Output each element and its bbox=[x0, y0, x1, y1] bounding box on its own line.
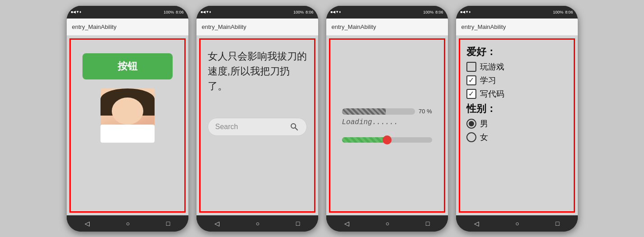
phone-device-1: ■◀▼♦ 100% 8:06 entry_MainAbility 按钮 bbox=[67, 6, 188, 232]
time-text-2: 8:06 bbox=[306, 10, 314, 14]
slider-fill bbox=[342, 137, 387, 143]
radio-item-male[interactable]: 男 bbox=[466, 118, 567, 129]
recents-button-2[interactable]: □ bbox=[296, 220, 300, 227]
phone2-main: 女人只会影响我拔刀的速度,所以我把刀扔了。 Search bbox=[201, 40, 314, 145]
phone4-main: 爱好： 玩游戏 ✓ 学习 ✓ 写代码 性别： bbox=[460, 40, 574, 148]
time-text-3: 8:06 bbox=[435, 10, 443, 14]
svg-line-1 bbox=[295, 128, 297, 130]
battery-text-2: 100% bbox=[293, 10, 304, 14]
checkbox-code[interactable]: ✓ bbox=[466, 89, 476, 99]
status-right-3: 100% 8:06 bbox=[423, 10, 443, 14]
title-bar-4: entry_MainAbility bbox=[456, 19, 578, 36]
avatar-face bbox=[112, 98, 143, 125]
progress-bar-fill bbox=[342, 108, 386, 115]
hobby-label-0: 玩游戏 bbox=[480, 61, 504, 72]
home-button-4[interactable]: ○ bbox=[516, 220, 519, 227]
battery-text-1: 100% bbox=[164, 10, 174, 14]
recents-button-1[interactable]: □ bbox=[166, 220, 170, 227]
status-bar-4: ■◀▼♦ 100% 8:06 bbox=[456, 6, 578, 19]
phone-2: ■◀▼♦ 100% 8:06 entry_MainAbility 女人只会影响我… bbox=[196, 6, 318, 232]
search-icon bbox=[289, 122, 299, 132]
slider-track[interactable] bbox=[342, 137, 432, 143]
screen-content-2: 女人只会影响我拔刀的速度,所以我把刀扔了。 Search bbox=[196, 36, 318, 215]
status-right-1: 100% 8:06 bbox=[164, 10, 184, 14]
hobby-label-2: 写代码 bbox=[480, 88, 504, 99]
red-border-4: 爱好： 玩游戏 ✓ 学习 ✓ 写代码 性别： bbox=[459, 38, 575, 213]
battery-text-3: 100% bbox=[423, 10, 434, 14]
signal-icon-2: ■◀▼♦ bbox=[201, 10, 211, 14]
back-button-2[interactable]: ◁ bbox=[215, 220, 219, 227]
signal-icon: ■◀▼♦ bbox=[71, 10, 82, 14]
radio-item-female[interactable]: 女 bbox=[466, 132, 567, 143]
progress-bar-row: 70 % bbox=[342, 108, 432, 115]
home-button-2[interactable]: ○ bbox=[256, 220, 260, 227]
status-right-4: 100% 8:06 bbox=[553, 10, 573, 14]
progress-container: 70 % Loading...... bbox=[342, 108, 432, 126]
screen-content-3: 70 % Loading...... bbox=[326, 36, 448, 215]
app-title-3: entry_MainAbility bbox=[332, 23, 376, 30]
checkbox-study[interactable]: ✓ bbox=[466, 75, 476, 85]
progress-bar-track bbox=[342, 108, 415, 115]
home-button-3[interactable]: ○ bbox=[386, 220, 389, 227]
app-title-4: entry_MainAbility bbox=[461, 23, 506, 30]
status-left-icons-1: ■◀▼♦ bbox=[71, 10, 82, 14]
title-bar-2: entry_MainAbility bbox=[196, 19, 318, 36]
search-box[interactable]: Search bbox=[208, 118, 307, 136]
checkbox-item-play-games[interactable]: 玩游戏 bbox=[466, 61, 567, 72]
status-bar-1: ■◀▼♦ 100% 8:06 bbox=[67, 6, 188, 19]
screen-content-1: 按钮 bbox=[67, 36, 188, 215]
hobby-title: 爱好： bbox=[466, 45, 567, 59]
checkbox-item-code[interactable]: ✓ 写代码 bbox=[466, 88, 567, 99]
gender-label-1: 女 bbox=[480, 132, 488, 143]
screen-content-4: 爱好： 玩游戏 ✓ 学习 ✓ 写代码 性别： bbox=[456, 36, 578, 215]
phone-4: ■◀▼♦ 100% 8:06 entry_MainAbility 爱好： 玩游戏 bbox=[456, 6, 578, 232]
time-text-1: 8:06 bbox=[176, 10, 184, 14]
nav-bar-3: ◁ ○ □ bbox=[326, 215, 448, 232]
status-bar-2: ■◀▼♦ 100% 8:06 bbox=[196, 6, 318, 19]
avatar-body bbox=[100, 125, 155, 143]
phone3-main: 70 % Loading...... bbox=[330, 40, 444, 211]
progress-percent: 70 % bbox=[419, 108, 432, 115]
red-border-3: 70 % Loading...... bbox=[329, 38, 445, 213]
checkbox-item-study[interactable]: ✓ 学习 bbox=[466, 75, 567, 86]
hobby-label-1: 学习 bbox=[480, 75, 496, 86]
gender-title: 性别： bbox=[466, 102, 567, 116]
phone-3: ■◀▼♦ 100% 8:06 entry_MainAbility 70 bbox=[326, 6, 448, 232]
signal-icon-4: ■◀▼♦ bbox=[461, 10, 471, 14]
avatar bbox=[100, 88, 155, 143]
gender-label-0: 男 bbox=[480, 118, 488, 129]
red-border-2: 女人只会影响我拔刀的速度,所以我把刀扔了。 Search bbox=[199, 38, 315, 213]
radio-male[interactable] bbox=[466, 119, 476, 129]
app-title-1: entry_MainAbility bbox=[72, 23, 117, 30]
phone1-main: 按钮 bbox=[71, 40, 184, 152]
back-button-3[interactable]: ◁ bbox=[344, 220, 349, 227]
chinese-quote: 女人只会影响我拔刀的速度,所以我把刀扔了。 bbox=[208, 49, 307, 93]
main-button[interactable]: 按钮 bbox=[82, 53, 173, 79]
checkbox-play-games[interactable] bbox=[466, 62, 476, 72]
status-left-icons-2: ■◀▼♦ bbox=[201, 10, 211, 14]
status-right-2: 100% 8:06 bbox=[293, 10, 314, 14]
red-border-1: 按钮 bbox=[69, 38, 186, 213]
nav-bar-2: ◁ ○ □ bbox=[196, 215, 318, 232]
status-left-icons-4: ■◀▼♦ bbox=[461, 10, 471, 14]
back-button-1[interactable]: ◁ bbox=[85, 220, 90, 227]
home-button-1[interactable]: ○ bbox=[126, 220, 130, 227]
nav-bar-1: ◁ ○ □ bbox=[67, 215, 188, 232]
radio-female[interactable] bbox=[466, 132, 476, 142]
recents-button-3[interactable]: □ bbox=[426, 220, 429, 227]
title-bar-1: entry_MainAbility bbox=[67, 19, 188, 36]
signal-icon-3: ■◀▼♦ bbox=[331, 10, 341, 14]
phone-device-4: ■◀▼♦ 100% 8:06 entry_MainAbility 爱好： 玩游戏 bbox=[456, 6, 578, 232]
phone-1: ■◀▼♦ 100% 8:06 entry_MainAbility 按钮 bbox=[67, 6, 188, 232]
recents-button-4[interactable]: □ bbox=[556, 220, 559, 227]
slider-thumb[interactable] bbox=[383, 135, 392, 144]
back-button-4[interactable]: ◁ bbox=[474, 220, 479, 227]
battery-text-4: 100% bbox=[553, 10, 563, 14]
title-bar-3: entry_MainAbility bbox=[326, 19, 448, 36]
loading-text: Loading...... bbox=[342, 118, 398, 126]
time-text-4: 8:06 bbox=[565, 10, 573, 14]
app-title-2: entry_MainAbility bbox=[202, 23, 247, 30]
status-left-icons-3: ■◀▼♦ bbox=[331, 10, 341, 14]
phone-device-3: ■◀▼♦ 100% 8:06 entry_MainAbility 70 bbox=[326, 6, 448, 232]
nav-bar-4: ◁ ○ □ bbox=[456, 215, 578, 232]
